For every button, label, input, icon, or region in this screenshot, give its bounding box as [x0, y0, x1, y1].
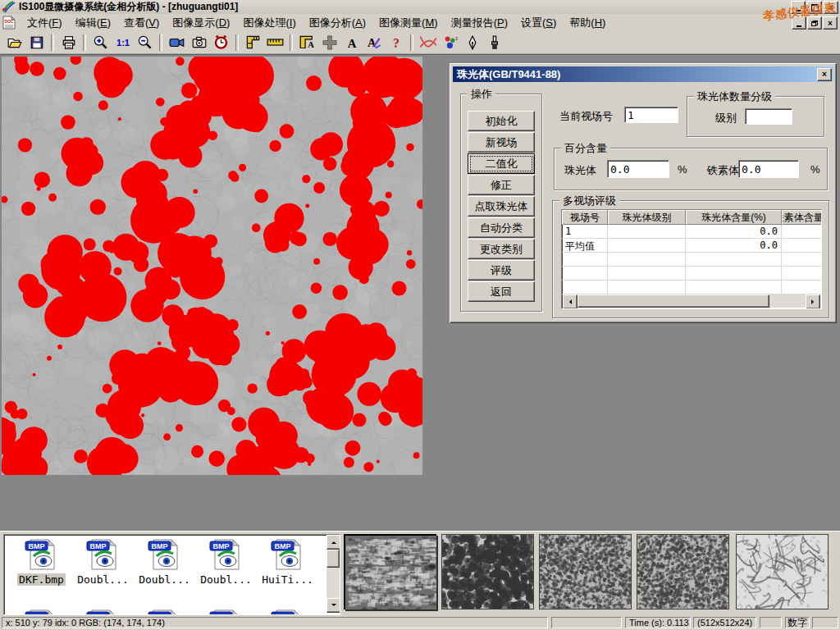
menu-item-4[interactable]: 图像处理(I) [236, 14, 302, 32]
grading-group-label: 珠光体数量分级 [694, 89, 775, 104]
measure-text-icon[interactable]: A [296, 33, 318, 52]
file-item-row2-3[interactable]: BMP [195, 609, 257, 615]
scroll-left-icon[interactable] [563, 294, 578, 309]
file-item-Doubl...[interactable]: BMPDoubl... [195, 538, 257, 586]
bmp-file-icon: BMP [257, 609, 318, 615]
file-item-row2-2[interactable]: BMP [134, 609, 195, 615]
menu-item-3[interactable]: 图像显示(D) [166, 14, 236, 32]
text-edit-icon[interactable]: A [363, 33, 385, 52]
table-row[interactable]: 平均值 0.0 [562, 239, 821, 253]
save-icon[interactable] [25, 33, 48, 52]
op-button-3[interactable]: 修正 [468, 175, 535, 195]
level-input[interactable] [745, 108, 792, 125]
operations-group-label: 操作 [468, 87, 495, 102]
micrograph-thumbnail-2[interactable] [441, 534, 534, 609]
dialog-close-icon[interactable]: × [817, 68, 832, 81]
op-button-6[interactable]: 更改类别 [468, 239, 535, 259]
menu-item-0[interactable]: 文件(F) [21, 14, 69, 32]
clock-icon[interactable] [210, 33, 232, 52]
micrograph-thumbnail-3[interactable] [539, 534, 632, 609]
actual-size-icon[interactable]: 1:1 [112, 33, 134, 52]
multiview-table[interactable]: 视场号 珠光体级别 珠光体含量(%) 铁素体含量(%) 1 0.0 平均值 0.… [561, 209, 822, 309]
red-curve-icon[interactable] [417, 33, 439, 52]
file-item-Doubl...[interactable]: BMPDoubl... [72, 538, 134, 586]
menu-item-1[interactable]: 编辑(E) [69, 14, 117, 32]
svg-text:BMP: BMP [28, 542, 44, 550]
micrograph-thumbnail-5[interactable] [736, 534, 829, 609]
menu-item-6[interactable]: 图像测量(M) [372, 14, 445, 32]
scroll-down-icon[interactable] [326, 598, 340, 613]
col-view[interactable]: 视场号 [562, 210, 608, 225]
file-name: HuiTi... [260, 573, 315, 586]
op-button-8[interactable]: 返回 [468, 281, 535, 302]
zoom-in-icon[interactable] [89, 33, 112, 52]
document-icon[interactable]: DOC [2, 16, 17, 30]
mdi-close-icon[interactable]: × [823, 16, 838, 30]
file-item-Doubl...[interactable]: BMPDoubl... [134, 538, 195, 586]
open-icon[interactable] [3, 33, 25, 52]
brush-icon[interactable] [483, 33, 505, 52]
bmp-file-icon: BMP [195, 538, 257, 573]
percent-group-label: 百分含量 [561, 141, 610, 156]
table-horizontal-scrollbar[interactable] [563, 294, 820, 308]
col-content[interactable]: 珠光体含量(%) [686, 210, 782, 225]
op-button-1[interactable]: 新视场 [468, 132, 535, 153]
menu-item-8[interactable]: 设置(S) [514, 14, 563, 32]
menu-item-2[interactable]: 查看(V) [117, 14, 166, 32]
status-image-size: (512x512x24) [693, 617, 756, 628]
op-button-5[interactable]: 自动分类 [468, 217, 535, 238]
application-window: IS100显微摄像系统(金相分析版) - [zhuguangti01] × 孝感… [0, 0, 840, 630]
file-name: Doubl... [75, 573, 130, 586]
scroll-up-icon[interactable] [326, 535, 340, 550]
op-button-0[interactable]: 初始化 [468, 111, 535, 131]
col-ferrite[interactable]: 铁素体含量(%) [782, 210, 822, 225]
particles-icon[interactable]: 3 [439, 33, 461, 52]
caliper-icon[interactable] [242, 33, 264, 52]
dialog-title-bar[interactable]: 珠光体(GB/T9441-88) × [453, 66, 833, 82]
scroll-right-icon[interactable] [806, 294, 820, 309]
pen-icon[interactable] [461, 33, 483, 52]
op-button-2[interactable]: 二值化 [468, 153, 535, 174]
photo-camera-icon[interactable] [188, 33, 210, 52]
col-grade[interactable]: 珠光体级别 [608, 210, 686, 225]
file-item-row2-4[interactable]: BMP [257, 609, 318, 615]
help-icon[interactable]: ? [385, 33, 407, 52]
print-icon[interactable] [57, 33, 80, 52]
svg-text:?: ? [393, 36, 399, 49]
bmp-file-icon: BMP [195, 609, 257, 615]
file-item-row2-1[interactable]: BMP [72, 609, 134, 615]
micrograph-image[interactable] [2, 57, 422, 475]
menu-item-7[interactable]: 测量报告(P) [445, 14, 514, 32]
ruler-icon[interactable] [264, 33, 286, 52]
scrollbar-thumb[interactable] [578, 294, 769, 308]
op-button-7[interactable]: 评级 [468, 260, 535, 281]
ferrite-percent-input[interactable] [738, 160, 799, 178]
file-item-row2-0[interactable]: BMP [11, 609, 72, 615]
operations-group: 操作 初始化新视场二值化修正点取珠光体自动分类更改类别评级返回 [460, 94, 542, 312]
menu-bar: DOC 文件(F)编辑(E)查看(V)图像显示(D)图像处理(I)图像分析(A)… [0, 14, 840, 32]
bottom-panel: BMPDKF.bmpBMPDoubl...BMPDoubl...BMPDoubl… [0, 531, 840, 615]
svg-text:3: 3 [455, 36, 458, 40]
menu-item-5[interactable]: 图像分析(A) [303, 14, 372, 32]
file-name: Doubl... [199, 573, 253, 586]
current-view-input[interactable] [624, 107, 678, 123]
file-browser[interactable]: BMPDKF.bmpBMPDoubl...BMPDoubl...BMPDoubl… [3, 534, 340, 615]
op-button-4[interactable]: 点取珠光体 [468, 196, 535, 217]
dialog-title: 珠光体(GB/T9441-88) [457, 67, 560, 82]
pearlite-percent-input[interactable] [607, 160, 669, 178]
status-position: x: 510 y: 79 idx: 0 RGB: (174, 174, 174) [2, 617, 548, 628]
video-camera-icon[interactable] [166, 33, 188, 52]
micrograph-thumbnail-4[interactable] [637, 534, 729, 609]
file-item-DKF.bmp[interactable]: BMPDKF.bmp [11, 538, 72, 586]
micrograph-thumbnail-1[interactable] [344, 534, 436, 609]
grid-cross-icon[interactable] [318, 33, 340, 52]
scrollbar-thumb[interactable] [326, 550, 340, 568]
zoom-out-icon[interactable] [134, 33, 156, 52]
text-icon[interactable]: A [340, 33, 363, 52]
cell-content: 0.0 [686, 239, 782, 253]
table-row[interactable]: 1 0.0 [562, 225, 821, 239]
menu-item-9[interactable]: 帮助(H) [563, 14, 612, 32]
bmp-file-icon: BMP [134, 538, 195, 573]
file-item-HuiTi...[interactable]: BMPHuiTi... [257, 538, 318, 586]
file-browser-scrollbar[interactable] [326, 535, 340, 613]
